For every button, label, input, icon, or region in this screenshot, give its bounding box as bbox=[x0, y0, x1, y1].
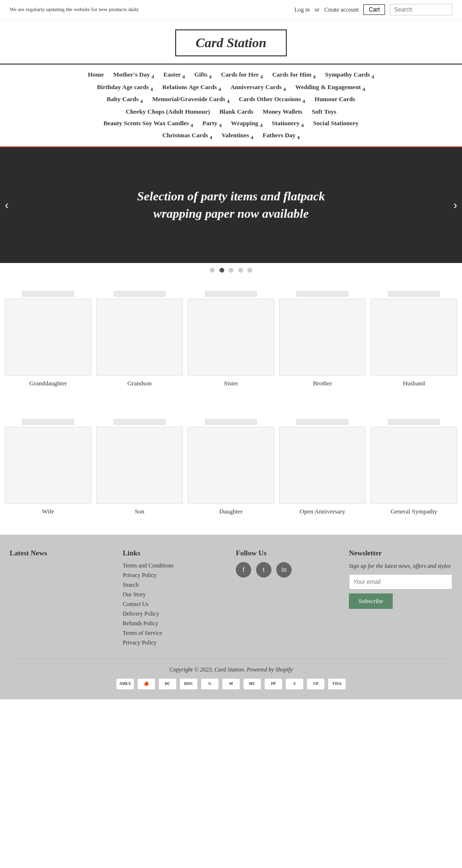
footer-link-privacy[interactable]: Privacy Policy bbox=[123, 572, 156, 579]
product-card-open-anniversary[interactable]: Open Anniversary bbox=[279, 416, 366, 515]
hero-dots bbox=[0, 263, 462, 278]
list-item: Privacy Policy bbox=[123, 572, 226, 579]
nav-anniversary[interactable]: Anniversary Cards 4 bbox=[227, 82, 290, 93]
product-label: Open Anniversary bbox=[279, 508, 366, 515]
twitter-icon[interactable]: t bbox=[256, 562, 271, 578]
price-bar bbox=[205, 291, 257, 297]
product-card-grandson[interactable]: Grandson bbox=[96, 288, 183, 387]
product-grid-row1: Granddaughter Grandson Sister Brother Hu… bbox=[5, 288, 457, 387]
product-image bbox=[279, 427, 366, 504]
union-pay-icon: UP bbox=[307, 678, 325, 690]
list-item: Refunds Policy bbox=[123, 620, 226, 627]
product-card-wife[interactable]: Wife bbox=[5, 416, 91, 515]
product-image bbox=[96, 299, 183, 376]
nav-money-wallets[interactable]: Money Wallets bbox=[259, 106, 306, 117]
copyright-text: Copyright © 2023, Card Station. Powered … bbox=[10, 666, 452, 673]
nav-cheeky-chops[interactable]: Cheeky Chops (Adult Humour) bbox=[122, 106, 214, 117]
diners-icon: DC bbox=[158, 678, 177, 690]
nav-birthday-age[interactable]: Birthday Age cards 4 bbox=[93, 82, 156, 93]
nav-row-2: Birthday Age cards 4 Relations Age Cards… bbox=[5, 82, 457, 93]
dot-1[interactable] bbox=[210, 268, 215, 273]
product-card-sister[interactable]: Sister bbox=[188, 288, 274, 387]
cart-button[interactable]: Cart bbox=[363, 4, 385, 15]
product-card-granddaughter[interactable]: Granddaughter bbox=[5, 288, 91, 387]
footer-link-terms[interactable]: Terms and Conditions bbox=[123, 562, 174, 569]
nav-baby-cards[interactable]: Baby Cards 4 bbox=[103, 94, 147, 105]
list-item: Privacy Policy bbox=[123, 639, 226, 646]
announcement: We are regularly updating the website fo… bbox=[10, 6, 139, 13]
nav-fathers-day[interactable]: Fathers Day 4 bbox=[259, 130, 304, 142]
hero-prev-button[interactable]: ‹ bbox=[5, 198, 9, 212]
nav-home[interactable]: Home bbox=[84, 69, 108, 80]
product-section-row1: Granddaughter Grandson Sister Brother Hu… bbox=[0, 278, 462, 397]
product-label: General Sympathy bbox=[371, 508, 457, 515]
dot-5[interactable] bbox=[247, 268, 252, 273]
product-card-daughter[interactable]: Daughter bbox=[188, 416, 274, 515]
product-card-general-sympathy[interactable]: General Sympathy bbox=[371, 416, 457, 515]
hero-line2: wrapping paper now available bbox=[137, 205, 325, 223]
newsletter-email-input[interactable] bbox=[349, 574, 452, 590]
login-link[interactable]: Log in bbox=[295, 6, 310, 13]
nav-party[interactable]: Party 4 bbox=[199, 118, 226, 130]
nav-soft-toys[interactable]: Soft Toys bbox=[308, 106, 340, 117]
nav-mothers-day[interactable]: Mother's Day 4 bbox=[109, 69, 158, 81]
nav-humour[interactable]: Humour Cards bbox=[311, 94, 359, 105]
facebook-icon[interactable]: f bbox=[236, 562, 251, 578]
product-card-son[interactable]: Son bbox=[96, 416, 183, 515]
footer-link-search[interactable]: Search bbox=[123, 581, 139, 588]
nav-candles[interactable]: Beauty Scents Soy Wax Candles 4 bbox=[100, 118, 197, 130]
nav-other-occasions[interactable]: Cards Other Occasions 4 bbox=[235, 94, 309, 105]
footer-link-privacy2[interactable]: Privacy Policy bbox=[123, 639, 156, 646]
footer-newsletter: Newsletter Sign up for the latest news, … bbox=[349, 549, 452, 649]
links-heading: Links bbox=[123, 549, 226, 557]
product-image bbox=[188, 427, 274, 504]
nav-social-stationery[interactable]: Social Stationery bbox=[309, 118, 362, 129]
nav-cards-for-him[interactable]: Cards for Him 4 bbox=[269, 69, 320, 81]
price-bar bbox=[114, 419, 166, 425]
site-logo[interactable]: Card Station bbox=[175, 29, 286, 56]
list-item: Search bbox=[123, 581, 226, 589]
nav-easter[interactable]: Easter 4 bbox=[160, 69, 189, 81]
footer-link-contact[interactable]: Contact Us bbox=[123, 601, 149, 607]
footer-link-delivery[interactable]: Delivery Policy bbox=[123, 610, 159, 617]
dot-4[interactable] bbox=[238, 268, 243, 273]
nav-stationery[interactable]: Stationery 4 bbox=[268, 118, 308, 130]
list-item: Terms and Conditions bbox=[123, 562, 226, 569]
product-card-brother[interactable]: Brother bbox=[279, 288, 366, 387]
nav-gifts[interactable]: Gifts 4 bbox=[191, 69, 216, 81]
nav-relations-age[interactable]: Relations Age Cards 4 bbox=[158, 82, 225, 93]
subscribe-button[interactable]: Subscribe bbox=[349, 593, 393, 609]
nav-christmas[interactable]: Christmas Cards 4 bbox=[158, 130, 216, 142]
nav-valentines[interactable]: Valentines 4 bbox=[218, 130, 257, 142]
top-bar: We are regularly updating the website fo… bbox=[0, 0, 462, 20]
main-nav: Home Mother's Day 4 Easter 4 Gifts 4 Car… bbox=[0, 64, 462, 147]
hero-text: Selection of party items and flatpack wr… bbox=[137, 188, 325, 223]
instagram-icon[interactable]: in bbox=[276, 562, 292, 578]
visa-icon: VISA bbox=[328, 678, 346, 690]
product-card-husband[interactable]: Husband bbox=[371, 288, 457, 387]
nav-wrapping[interactable]: Wrapping 4 bbox=[227, 118, 267, 130]
nav-memorial[interactable]: Memorial/Graveside Cards 4 bbox=[148, 94, 233, 105]
footer-top: Latest News Links Terms and Conditions P… bbox=[10, 549, 452, 649]
nav-cards-for-her[interactable]: Cards for Her 4 bbox=[217, 69, 267, 81]
footer-link-refunds[interactable]: Refunds Policy bbox=[123, 620, 158, 627]
product-section-row2: Wife Son Daughter Open Anniversary Gener… bbox=[0, 407, 462, 525]
dot-3[interactable] bbox=[229, 268, 233, 273]
dot-2[interactable] bbox=[219, 268, 224, 273]
hero-next-button[interactable]: › bbox=[453, 198, 457, 212]
product-label: Daughter bbox=[188, 508, 274, 515]
nav-blank-cards[interactable]: Blank Cards bbox=[216, 106, 257, 117]
maestro-icon: M bbox=[222, 678, 240, 690]
footer-link-tos[interactable]: Terms of Service bbox=[123, 630, 162, 636]
nav-sympathy-cards[interactable]: Sympathy Cards 4 bbox=[321, 69, 378, 81]
shopify-pay-icon: S bbox=[285, 678, 304, 690]
search-input[interactable] bbox=[390, 4, 452, 15]
footer-latest-news: Latest News bbox=[10, 549, 113, 649]
product-image bbox=[279, 299, 366, 376]
price-bar bbox=[22, 291, 74, 297]
hero-line1: Selection of party items and flatpack bbox=[137, 188, 325, 205]
footer-link-story[interactable]: Our Story bbox=[123, 591, 146, 598]
create-account-link[interactable]: Create account bbox=[324, 6, 359, 13]
product-image bbox=[188, 299, 274, 376]
nav-wedding[interactable]: Wedding & Engagement 4 bbox=[291, 82, 369, 93]
